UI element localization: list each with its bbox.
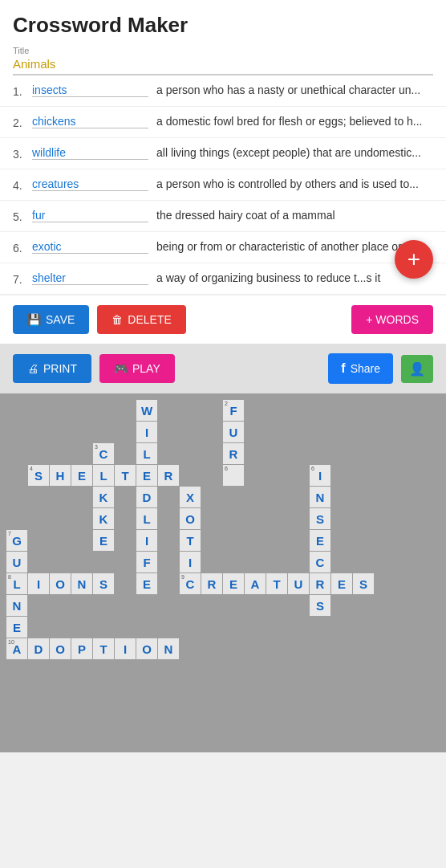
crossword-cell — [158, 552, 179, 573]
word-row: 1. a person who has a nasty or unethical… — [0, 75, 446, 107]
crossword-cell — [158, 660, 179, 681]
crossword-cell — [331, 530, 352, 551]
word-input-6[interactable] — [32, 240, 148, 254]
crossword-cell: U — [6, 552, 27, 573]
crossword-cell — [418, 725, 439, 746]
crossword-cell — [375, 660, 395, 681]
crossword-cell — [375, 487, 395, 507]
crossword-cell — [158, 573, 179, 594]
save-button[interactable]: 💾 SAVE — [13, 305, 89, 334]
crossword-cell — [331, 552, 352, 573]
crossword-cell — [71, 400, 92, 421]
crossword-cell — [158, 725, 179, 746]
crossword-cell: S — [353, 573, 374, 594]
crossword-cell — [331, 400, 352, 421]
crossword-cell — [245, 660, 266, 681]
crossword-cell — [331, 595, 352, 616]
play-button[interactable]: 🎮 PLAY — [99, 354, 175, 383]
word-input-3[interactable] — [32, 146, 148, 160]
crossword-cell — [288, 725, 309, 746]
crossword-cell — [375, 530, 395, 551]
delete-button[interactable]: 🗑 DELETE — [97, 305, 185, 334]
crossword-cell — [180, 703, 201, 724]
word-input-2[interactable] — [32, 115, 148, 128]
crossword-cell: P — [71, 638, 92, 659]
crossword-cell — [245, 638, 266, 659]
crossword-cell: K — [93, 508, 114, 529]
crossword-cell: R — [201, 573, 222, 594]
crossword-cell — [288, 530, 309, 551]
crossword-cell — [136, 725, 157, 746]
play-bar: 🖨 PRINT 🎮 PLAY f Share 👤 — [0, 344, 446, 393]
crossword-cell — [245, 703, 266, 724]
word-number: 7. — [13, 271, 32, 286]
crossword-cell: L — [136, 508, 157, 529]
crossword-cell — [245, 530, 266, 551]
words-label: + WORDS — [366, 313, 419, 326]
crossword-cell — [288, 400, 309, 421]
word-input-5[interactable] — [32, 209, 148, 222]
crossword-cell — [310, 400, 330, 421]
crossword-cell — [115, 487, 136, 507]
crossword-cell: H — [50, 465, 71, 486]
title-label: Title — [13, 46, 433, 55]
add-word-button[interactable]: + — [395, 240, 433, 279]
crossword-cell — [266, 487, 287, 507]
crossword-cell — [93, 703, 114, 724]
crossword-cell — [331, 660, 352, 681]
crossword-cell — [288, 595, 309, 616]
print-icon: 🖨 — [27, 362, 39, 375]
crossword-cell — [266, 638, 287, 659]
crossword-cell — [93, 422, 114, 442]
crossword-cell — [201, 465, 222, 486]
print-button[interactable]: 🖨 PRINT — [13, 354, 91, 383]
crossword-cell — [28, 487, 49, 507]
word-input-7[interactable] — [32, 271, 148, 285]
words-button[interactable]: + WORDS — [351, 305, 433, 334]
crossword-cell — [93, 725, 114, 746]
crossword-cell — [375, 400, 395, 421]
word-number: 4. — [13, 177, 32, 192]
crossword-cell — [223, 703, 244, 724]
crossword-cell — [71, 617, 92, 638]
crossword-cell — [331, 638, 352, 659]
crossword-cell: E — [93, 530, 114, 551]
crossword-cell — [6, 400, 27, 421]
title-input[interactable] — [13, 57, 433, 75]
crossword-cell — [310, 617, 330, 638]
word-input-1[interactable] — [32, 84, 148, 97]
crossword-cell: N — [71, 573, 92, 594]
share-button[interactable]: f Share — [328, 353, 393, 384]
crossword-cell: K — [93, 487, 114, 507]
crossword-cell — [418, 400, 439, 421]
word-row: 4. a person who is controlled by others … — [0, 169, 446, 201]
user-button[interactable]: 👤 — [401, 355, 433, 383]
crossword-cell: X — [180, 487, 201, 507]
crossword-cell — [353, 682, 374, 703]
crossword-cell: I — [28, 573, 49, 594]
crossword-cell — [396, 400, 417, 421]
crossword-cell — [201, 682, 222, 703]
crossword-cell: E — [71, 465, 92, 486]
crossword-cell — [245, 552, 266, 573]
crossword-cell — [180, 682, 201, 703]
crossword-cell: 6I — [310, 465, 330, 486]
crossword-cell — [288, 422, 309, 442]
crossword-cell — [266, 660, 287, 681]
crossword-cell: D — [136, 487, 157, 507]
delete-label: DELETE — [128, 313, 171, 326]
crossword-cell — [331, 682, 352, 703]
crossword-cell — [223, 530, 244, 551]
crossword-cell — [115, 422, 136, 442]
crossword-cell: E — [331, 573, 352, 594]
crossword-area: W2FIU3CLR4SHELTER66IKDXNKLOS7GEITEUFIC8L… — [0, 393, 446, 752]
crossword-cell — [6, 703, 27, 724]
crossword-cell — [396, 638, 417, 659]
crossword-cell — [136, 703, 157, 724]
crossword-cell — [158, 617, 179, 638]
trash-icon: 🗑 — [112, 313, 123, 326]
word-input-4[interactable] — [32, 177, 148, 191]
crossword-cell — [180, 400, 201, 421]
crossword-cell — [310, 638, 330, 659]
crossword-cell — [93, 660, 114, 681]
